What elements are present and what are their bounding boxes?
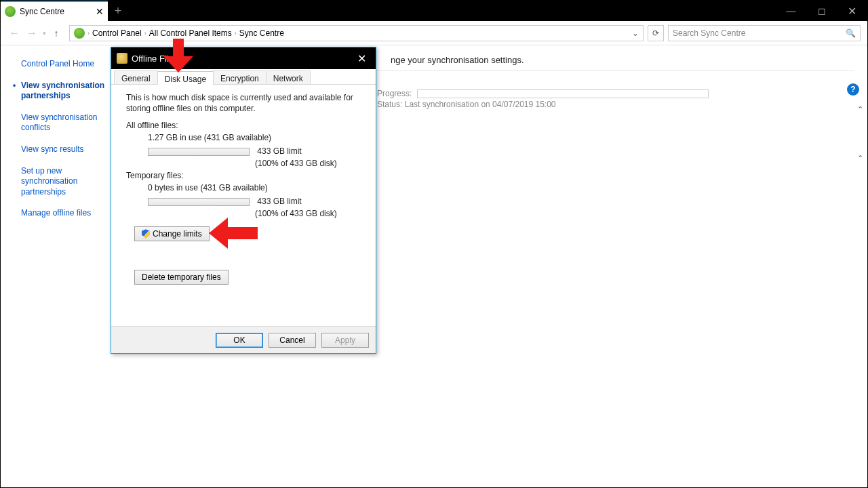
change-limits-button[interactable]: Change limits bbox=[134, 226, 210, 241]
sidebar: Control Panel Home View synchronisation … bbox=[1, 45, 119, 487]
tab-title: Sync Centre bbox=[20, 7, 64, 16]
status-label: Status: bbox=[377, 100, 402, 109]
minimize-button[interactable]: — bbox=[776, 1, 806, 21]
temp-files-bar bbox=[148, 198, 250, 206]
close-tab-icon[interactable]: ✕ bbox=[96, 6, 104, 17]
sidebar-home[interactable]: Control Panel Home bbox=[21, 59, 117, 70]
progress-bar bbox=[417, 89, 709, 98]
sidebar-view-results[interactable]: View sync results bbox=[21, 144, 117, 155]
divider bbox=[377, 70, 854, 71]
close-icon[interactable]: ✕ bbox=[353, 52, 370, 65]
svg-marker-1 bbox=[209, 218, 258, 249]
back-button[interactable]: ← bbox=[7, 27, 21, 39]
offline-files-dialog: Offline Files ✕ General Disk Usage Encry… bbox=[111, 47, 376, 354]
chevron-right-icon: › bbox=[144, 30, 146, 37]
progress-label: Progress: bbox=[377, 89, 412, 98]
chevron-right-icon: › bbox=[235, 30, 237, 37]
delete-temp-label: Delete temporary files bbox=[142, 272, 221, 282]
browser-tab[interactable]: Sync Centre ✕ bbox=[1, 1, 108, 21]
chevron-down-icon[interactable]: ⌄ bbox=[632, 28, 639, 38]
all-files-percent: (100% of 433 GB disk) bbox=[255, 159, 361, 168]
temp-files-usage: 0 bytes in use (431 GB available) bbox=[148, 183, 361, 192]
sync-centre-icon bbox=[74, 28, 85, 39]
search-icon: 🔍 bbox=[846, 28, 856, 38]
window-controls: — ◻ ✕ bbox=[776, 1, 867, 21]
sidebar-view-partnerships[interactable]: View synchronisation partnerships bbox=[21, 81, 117, 102]
breadcrumb[interactable]: › Control Panel › All Control Panel Item… bbox=[69, 25, 644, 41]
sidebar-view-conflicts[interactable]: View synchronisation conflicts bbox=[21, 113, 117, 134]
new-tab-button[interactable]: + bbox=[108, 1, 128, 21]
collapse-icon[interactable]: ⌃ bbox=[857, 154, 863, 163]
all-files-limit: 433 GB limit bbox=[257, 146, 301, 156]
crumb-all-items[interactable]: All Control Panel Items bbox=[149, 28, 232, 38]
change-limits-label: Change limits bbox=[153, 229, 202, 239]
up-button[interactable]: ↑ bbox=[50, 28, 62, 39]
search-input[interactable]: Search Sync Centre 🔍 bbox=[668, 25, 861, 41]
annotation-arrow-left bbox=[209, 218, 258, 249]
temp-files-limit: 433 GB limit bbox=[257, 197, 301, 206]
shield-icon bbox=[142, 229, 150, 239]
tab-encryption[interactable]: Encryption bbox=[213, 70, 267, 84]
refresh-button[interactable]: ⟳ bbox=[648, 25, 664, 41]
titlebar: Sync Centre ✕ + — ◻ ✕ bbox=[1, 1, 867, 21]
dialog-footer: OK Cancel Apply bbox=[111, 326, 376, 353]
temp-files-percent: (100% of 433 GB disk) bbox=[255, 209, 361, 218]
all-files-label: All offline files: bbox=[126, 121, 361, 130]
tab-network[interactable]: Network bbox=[266, 70, 311, 84]
temp-files-label: Temporary files: bbox=[126, 171, 361, 180]
annotation-arrow-down bbox=[163, 39, 193, 73]
tab-disk-usage[interactable]: Disk Usage bbox=[157, 71, 214, 85]
collapse-icon[interactable]: ⌃ bbox=[857, 105, 863, 114]
dialog-tabs: General Disk Usage Encryption Network bbox=[111, 69, 376, 85]
apply-button[interactable]: Apply bbox=[321, 333, 369, 348]
offline-files-icon bbox=[117, 53, 127, 64]
maximize-button[interactable]: ◻ bbox=[806, 1, 837, 21]
sidebar-setup[interactable]: Set up new synchronisation partnerships bbox=[21, 166, 117, 198]
crumb-sync-centre[interactable]: Sync Centre bbox=[239, 28, 284, 38]
delete-temp-files-button[interactable]: Delete temporary files bbox=[134, 270, 229, 285]
sync-status-row: Progress: Status: Last synchronisation o… bbox=[377, 89, 854, 120]
all-files-bar bbox=[148, 148, 250, 156]
svg-marker-0 bbox=[163, 39, 193, 73]
dialog-body: This is how much disk space is currently… bbox=[111, 85, 376, 326]
ok-button[interactable]: OK bbox=[216, 333, 263, 348]
sync-centre-icon bbox=[5, 6, 16, 17]
intro-text: This is how much disk space is currently… bbox=[126, 93, 361, 114]
chevron-right-icon: › bbox=[87, 30, 90, 37]
tab-general[interactable]: General bbox=[114, 70, 158, 84]
forward-button[interactable]: → bbox=[25, 27, 39, 39]
crumb-control-panel[interactable]: Control Panel bbox=[92, 28, 142, 38]
all-files-usage: 1.27 GB in use (431 GB available) bbox=[148, 133, 361, 142]
help-icon[interactable]: ? bbox=[847, 83, 859, 96]
status-value: Last synchronisation on 04/07/2019 15:00 bbox=[405, 100, 556, 109]
dialog-titlebar[interactable]: Offline Files ✕ bbox=[111, 47, 376, 69]
close-window-button[interactable]: ✕ bbox=[837, 1, 867, 21]
history-dropdown-icon[interactable]: ▾ bbox=[43, 30, 46, 37]
cancel-button[interactable]: Cancel bbox=[269, 333, 316, 348]
address-bar: ← → ▾ ↑ › Control Panel › All Control Pa… bbox=[1, 21, 867, 45]
sidebar-manage[interactable]: Manage offline files bbox=[21, 208, 117, 219]
search-placeholder: Search Sync Centre bbox=[673, 28, 745, 38]
